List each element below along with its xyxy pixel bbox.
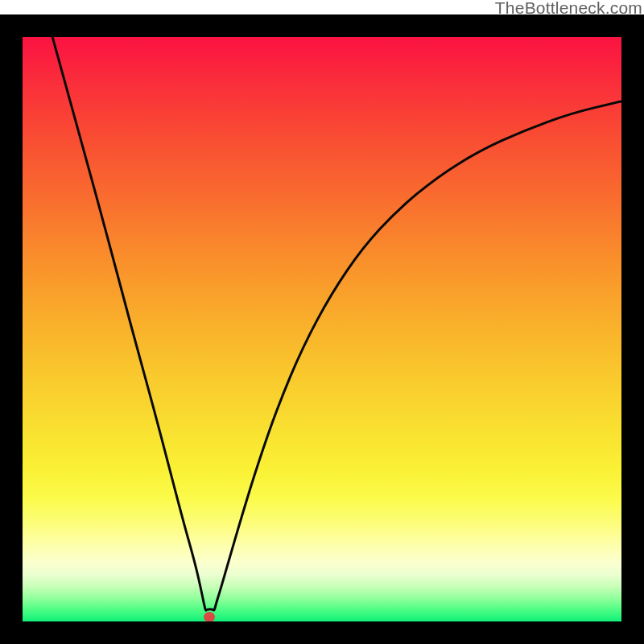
frame-border-right xyxy=(621,14,644,644)
bottleneck-curve xyxy=(52,37,621,610)
curve-svg xyxy=(23,37,621,621)
frame-border-bottom xyxy=(0,621,644,644)
chart-frame: TheBottleneck.com xyxy=(0,0,644,644)
plot-area xyxy=(23,37,621,621)
minimum-marker-dot xyxy=(204,612,215,621)
frame-border-left xyxy=(0,14,23,644)
frame-border-top xyxy=(0,14,644,37)
